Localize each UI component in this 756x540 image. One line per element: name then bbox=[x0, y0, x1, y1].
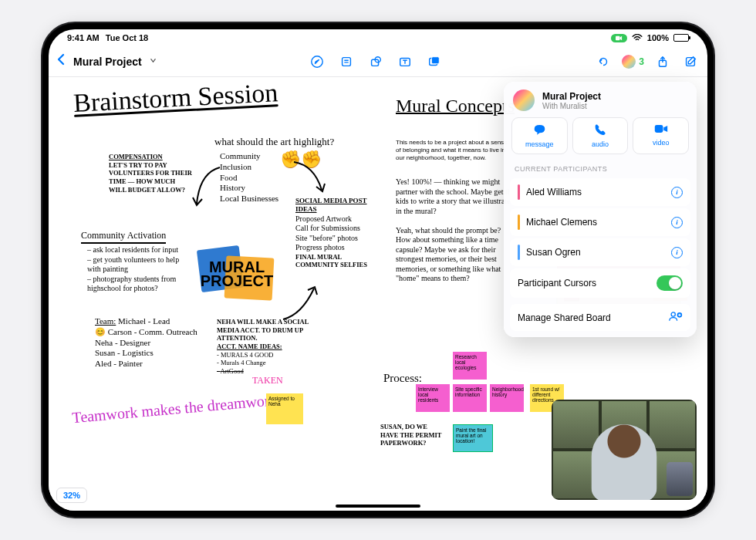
sticky-research[interactable]: Research local ecologies bbox=[453, 352, 487, 380]
ipad-screen: 9:41 AM Tue Oct 18 100% Mural Project bbox=[49, 29, 707, 511]
participant-color bbox=[518, 184, 520, 200]
home-indicator[interactable] bbox=[336, 505, 420, 508]
participant-color bbox=[518, 245, 520, 260]
undo-button[interactable] bbox=[594, 52, 613, 71]
shape-tool[interactable] bbox=[366, 52, 385, 71]
text-tool[interactable] bbox=[396, 52, 414, 71]
back-button[interactable] bbox=[56, 53, 66, 69]
participant-name: Michael Clemens bbox=[526, 217, 597, 228]
message-button[interactable]: message bbox=[511, 117, 568, 154]
ipad-frame: 9:41 AM Tue Oct 18 100% Mural Project bbox=[42, 23, 714, 517]
camera-active-indicator[interactable] bbox=[611, 34, 627, 42]
facetime-participant bbox=[592, 424, 657, 500]
pencil-tool[interactable] bbox=[308, 52, 326, 71]
participant-avatar bbox=[622, 55, 636, 69]
participant-name: Aled Williams bbox=[526, 187, 582, 197]
mural-project-logo: MURAL PROJECT bbox=[191, 243, 282, 305]
sticky-paintfinal[interactable]: Paint the final mural art on location! bbox=[453, 424, 493, 452]
process-label: Process: bbox=[383, 372, 422, 385]
teamwork-note: Teamwork makes the dreamwork!! bbox=[72, 392, 289, 425]
share-panel-avatar bbox=[513, 89, 535, 111]
wifi-icon bbox=[632, 34, 643, 42]
info-icon[interactable]: i bbox=[671, 187, 683, 198]
sticky-siteinfo[interactable]: Site specific information bbox=[453, 384, 487, 412]
facetime-self-view[interactable] bbox=[667, 462, 693, 496]
sticky-assigned[interactable]: Assigned to Neha bbox=[266, 393, 303, 424]
participants-button[interactable]: 3 bbox=[622, 55, 644, 69]
collaborate-icon bbox=[669, 311, 683, 324]
participant-row-1[interactable]: Michael Clemens i bbox=[510, 208, 690, 236]
note-tool[interactable] bbox=[337, 52, 356, 71]
fist-emoji: ✊✊ bbox=[280, 150, 322, 170]
facetime-pip[interactable] bbox=[552, 400, 697, 500]
heading-brainstorm: Brainstorm Session bbox=[73, 78, 278, 117]
media-tool[interactable] bbox=[425, 52, 444, 71]
phone-icon bbox=[594, 123, 606, 138]
info-icon[interactable]: i bbox=[671, 247, 683, 258]
svg-rect-0 bbox=[616, 35, 619, 39]
participant-row-0[interactable]: Aled Williams i bbox=[510, 178, 690, 206]
battery-percent: 100% bbox=[647, 33, 669, 42]
message-icon bbox=[533, 123, 546, 138]
title-chevron-icon[interactable] bbox=[150, 57, 157, 66]
compose-button[interactable] bbox=[681, 52, 700, 71]
zoom-level[interactable]: 32% bbox=[56, 488, 87, 503]
svg-rect-11 bbox=[687, 57, 695, 66]
camera-icon bbox=[616, 35, 623, 42]
compensation-block: COMPENSATION LET'S TRY TO PAY VOLUNTEERS… bbox=[109, 153, 194, 194]
app-toolbar: Mural Project 3 bbox=[49, 46, 707, 77]
manage-shared-board-row[interactable]: Manage Shared Board bbox=[510, 304, 690, 331]
team-list: Team: Michael - Lead 😊 Carson - Comm. Ou… bbox=[95, 316, 211, 370]
concept-note: This needs to be a project about a sense… bbox=[396, 139, 511, 162]
audio-button[interactable]: audio bbox=[572, 117, 629, 154]
social-ideas: SOCIAL MEDIA POST IDEAS Proposed Artwork… bbox=[295, 197, 380, 269]
participants-section-label: CURRENT PARTICIPANTS bbox=[504, 162, 697, 176]
highlight-title: what should the art highlight? bbox=[214, 136, 334, 148]
video-button[interactable]: video bbox=[633, 117, 689, 154]
activation-list: – ask local residents for input – get yo… bbox=[87, 245, 187, 294]
svg-rect-2 bbox=[342, 57, 350, 66]
share-panel-title: Mural Project bbox=[542, 91, 601, 102]
sticky-history[interactable]: Neighborhood history bbox=[490, 384, 524, 412]
heading-concepts: Mural Concepts bbox=[396, 96, 515, 116]
ios-status-bar: 9:41 AM Tue Oct 18 100% bbox=[49, 29, 707, 46]
participant-cursors-row[interactable]: Participant Cursors bbox=[510, 268, 690, 298]
participant-count: 3 bbox=[639, 56, 644, 67]
svg-point-21 bbox=[671, 312, 675, 316]
social-acct-block: NEHA WILL MAKE A SOCIAL MEDIA ACCT. TO D… bbox=[217, 318, 321, 386]
share-panel: Mural Project With Muralist message audi… bbox=[504, 82, 697, 337]
participant-row-2[interactable]: Susan Ogren i bbox=[510, 238, 690, 266]
status-date: Tue Oct 18 bbox=[106, 33, 148, 42]
sticky-interview[interactable]: Interview local residents bbox=[416, 384, 450, 412]
battery-icon bbox=[673, 34, 689, 42]
participant-name: Susan Ogren bbox=[526, 247, 581, 258]
share-button[interactable] bbox=[653, 52, 672, 71]
document-title[interactable]: Mural Project bbox=[73, 56, 142, 68]
cursors-toggle[interactable] bbox=[656, 275, 683, 291]
arrow-1 bbox=[191, 165, 223, 214]
participant-color bbox=[518, 214, 520, 230]
activation-title: Community Activation bbox=[81, 230, 166, 244]
video-icon bbox=[654, 123, 668, 137]
info-icon[interactable]: i bbox=[671, 217, 683, 228]
share-panel-subtitle: With Muralist bbox=[542, 102, 601, 110]
susan-note: SUSAN, DO WE HAVE THE PERMIT PAPERWORK? bbox=[380, 423, 442, 447]
svg-rect-20 bbox=[654, 125, 663, 133]
status-time: 9:41 AM bbox=[67, 33, 100, 42]
concept-reply: Yes! 100%! — thinking we might partner w… bbox=[396, 177, 515, 284]
highlight-list: Community Inclusion Food History Local B… bbox=[220, 151, 278, 204]
svg-rect-9 bbox=[431, 56, 439, 63]
